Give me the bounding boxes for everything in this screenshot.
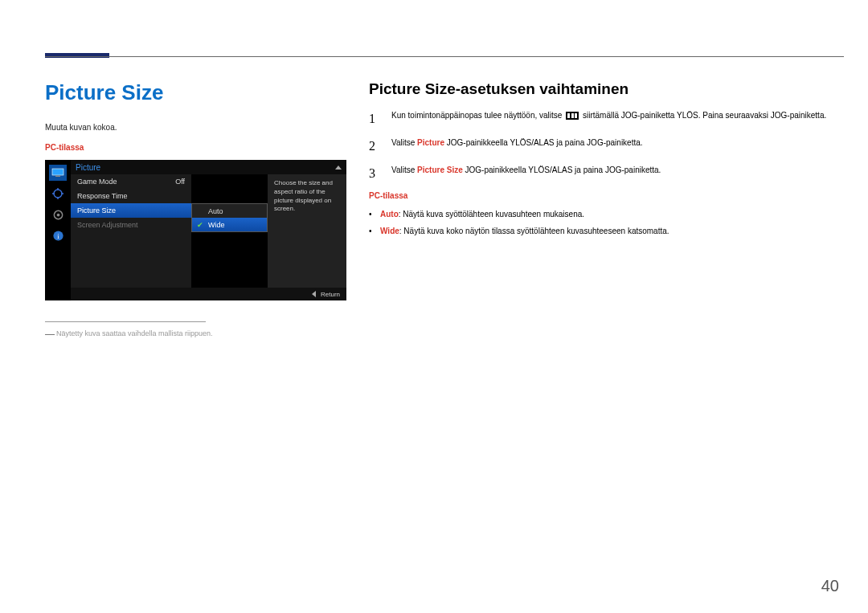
check-icon: ✔ xyxy=(197,221,205,229)
bullet-dot: • xyxy=(369,208,374,220)
left-column: Picture Size Muuta kuvan kokoa. PC-tilas… xyxy=(45,80,346,340)
header-accent xyxy=(45,53,109,58)
intro-text: Muuta kuvan kokoa. xyxy=(45,123,346,132)
svg-point-2 xyxy=(54,190,62,198)
osd-row-game-mode: Game Mode Off xyxy=(71,174,191,189)
step-2: 2 Valitse Picture JOG-painikkeella YLÖS/… xyxy=(369,137,844,156)
section-subtitle: Picture Size-asetuksen vaihtaminen xyxy=(369,80,844,98)
osd-subrow-wide: ✔ Wide xyxy=(192,218,267,231)
footnote: ―Näytetty kuva saattaa vaihdella mallist… xyxy=(45,329,346,340)
menu-icon xyxy=(566,112,579,120)
step-keyword: Picture Size xyxy=(417,166,463,174)
svg-rect-0 xyxy=(52,169,63,175)
step-text-pre: Valitse xyxy=(391,166,417,174)
footnote-divider xyxy=(45,321,206,322)
step-body: Valitse Picture JOG-painikkeella YLÖS/AL… xyxy=(391,137,844,156)
right-column: Picture Size-asetuksen vaihtaminen 1 Kun… xyxy=(369,80,844,340)
page-content: Picture Size Muuta kuvan kokoa. PC-tilas… xyxy=(0,0,868,340)
step-body: Kun toimintonäppäinopas tulee näyttöön, … xyxy=(391,109,844,129)
step-number: 2 xyxy=(369,137,380,156)
bullet-text: : Näytä kuva syöttölähteen kuvasuhteen m… xyxy=(399,210,584,219)
step-number: 3 xyxy=(369,164,380,183)
step-text-post: JOG-painikkeella YLÖS/ALAS ja paina JOG-… xyxy=(447,138,643,147)
osd-row-response-time: Response Time xyxy=(71,189,191,203)
osd-main: Picture Game Mode Off Response Time Pic xyxy=(71,160,346,300)
step-text-pre: Kun toimintonäppäinopas tulee näyttöön, … xyxy=(391,111,564,120)
info-icon: i xyxy=(49,227,67,243)
step-body: Valitse Picture Size JOG-painikkeella YL… xyxy=(391,164,844,183)
bullet-keyword: Auto xyxy=(380,210,399,219)
osd-header: Picture xyxy=(71,160,346,174)
gear-icon xyxy=(49,206,67,223)
step-text-pre: Valitse xyxy=(391,138,417,147)
osd-header-title: Picture xyxy=(76,163,100,172)
osd-row-screen-adjustment: Screen Adjustment xyxy=(71,218,191,232)
osd-description: Choose the size and aspect ratio of the … xyxy=(268,174,346,288)
bullet-wide: • Wide: Näytä kuva koko näytön tilassa s… xyxy=(369,225,844,237)
bullet-dot: • xyxy=(369,225,374,237)
step-3: 3 Valitse Picture Size JOG-painikkeella … xyxy=(369,164,844,183)
page-title: Picture Size xyxy=(45,80,346,105)
svg-rect-1 xyxy=(55,176,60,178)
step-keyword: Picture xyxy=(417,138,444,147)
header-rule xyxy=(45,56,844,57)
bullet-list: • Auto: Näytä kuva syöttölähteen kuvasuh… xyxy=(369,208,844,237)
osd-menu-list: Game Mode Off Response Time Picture Size… xyxy=(71,174,191,288)
osd-row-label: Picture Size xyxy=(77,206,116,215)
osd-footer-return: Return xyxy=(321,291,340,298)
osd-row-label: Screen Adjustment xyxy=(77,221,138,229)
step-text-post: JOG-painikkeella YLÖS/ALAS ja paina JOG-… xyxy=(465,166,661,174)
step-text-post: siirtämällä JOG-painiketta YLÖS. Paina s… xyxy=(583,111,826,120)
target-icon xyxy=(49,186,67,202)
monitor-icon xyxy=(49,165,67,181)
step-number: 1 xyxy=(369,109,380,129)
bullet-auto: • Auto: Näytä kuva syöttölähteen kuvasuh… xyxy=(369,208,844,220)
bullet-body: Auto: Näytä kuva syöttölähteen kuvasuhte… xyxy=(380,208,584,220)
osd-subrow-auto: Auto xyxy=(192,204,267,218)
osd-row-value: Off xyxy=(175,178,185,186)
osd-subrow-label: Auto xyxy=(208,207,223,215)
bullet-body: Wide: Näytä kuva koko näytön tilassa syö… xyxy=(380,225,669,237)
mode-label-left: PC-tilassa xyxy=(45,143,346,152)
svg-point-4 xyxy=(56,213,59,216)
footnote-text: Näytetty kuva saattaa vaihdella mallista… xyxy=(56,329,213,337)
osd-screenshot: i Picture Game Mode Off Response Time xyxy=(45,160,346,300)
arrow-up-icon xyxy=(335,166,342,170)
page-number: 40 xyxy=(821,577,839,595)
bullet-keyword: Wide xyxy=(380,227,399,235)
osd-subrow-label: Wide xyxy=(208,221,225,229)
osd-row-picture-size: Picture Size xyxy=(71,203,191,218)
osd-sublist: Auto ✔ Wide xyxy=(191,203,268,232)
bullet-text: : Näytä kuva koko näytön tilassa syöttöl… xyxy=(399,227,669,235)
step-1: 1 Kun toimintonäppäinopas tulee näyttöön… xyxy=(369,109,844,129)
osd-row-label: Response Time xyxy=(77,192,128,200)
osd-sidebar: i xyxy=(45,160,71,300)
arrow-left-icon xyxy=(312,291,316,297)
osd-footer: Return xyxy=(71,288,346,300)
mode-label-right: PC-tilassa xyxy=(369,191,844,200)
osd-row-label: Game Mode xyxy=(77,178,117,186)
